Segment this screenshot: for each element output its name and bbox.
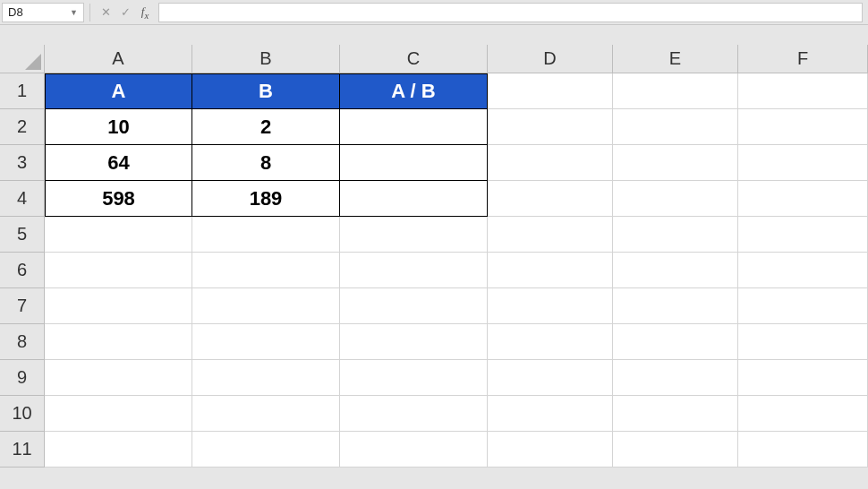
cell-B2[interactable]: 2 <box>192 109 340 145</box>
formula-input[interactable] <box>158 3 863 22</box>
cell-E4[interactable] <box>613 181 738 217</box>
cell-A7[interactable] <box>45 288 192 324</box>
cell-D8[interactable] <box>488 324 613 360</box>
cell-F7[interactable] <box>738 288 868 324</box>
fx-icon[interactable]: fx <box>135 3 155 22</box>
cell-F2[interactable] <box>738 109 868 145</box>
cell-C2[interactable] <box>340 109 488 145</box>
row-header-9[interactable]: 9 <box>0 360 45 396</box>
cell-D10[interactable] <box>488 396 613 432</box>
cell-E5[interactable] <box>613 217 738 253</box>
cell-D6[interactable] <box>488 253 613 288</box>
cell-B5[interactable] <box>192 217 340 253</box>
row-6: 6 <box>0 253 868 288</box>
enter-icon[interactable]: ✓ <box>115 3 135 22</box>
row-header-8[interactable]: 8 <box>0 324 45 360</box>
cell-E1[interactable] <box>613 73 738 109</box>
cell-D9[interactable] <box>488 360 613 396</box>
cell-C9[interactable] <box>340 360 488 396</box>
cell-E10[interactable] <box>613 396 738 432</box>
cell-D4[interactable] <box>488 181 613 217</box>
col-header-D[interactable]: D <box>488 45 613 73</box>
cell-F3[interactable] <box>738 145 868 181</box>
cell-A8[interactable] <box>45 324 192 360</box>
row-header-6[interactable]: 6 <box>0 253 45 288</box>
cell-E8[interactable] <box>613 324 738 360</box>
row-header-2[interactable]: 2 <box>0 109 45 145</box>
row-header-7[interactable]: 7 <box>0 288 45 324</box>
select-all-corner[interactable] <box>0 45 45 73</box>
row-8: 8 <box>0 324 868 360</box>
cell-E7[interactable] <box>613 288 738 324</box>
row-11: 11 <box>0 432 868 468</box>
cell-B9[interactable] <box>192 360 340 396</box>
cell-A1[interactable]: A <box>45 73 192 109</box>
cell-A10[interactable] <box>45 396 192 432</box>
cell-A3[interactable]: 64 <box>45 145 192 181</box>
cell-F8[interactable] <box>738 324 868 360</box>
name-box[interactable]: D8 ▼ <box>2 3 84 22</box>
cell-C7[interactable] <box>340 288 488 324</box>
cell-B7[interactable] <box>192 288 340 324</box>
cell-F1[interactable] <box>738 73 868 109</box>
col-header-F[interactable]: F <box>738 45 868 73</box>
cell-A11[interactable] <box>45 432 192 468</box>
cell-B4[interactable]: 189 <box>192 181 340 217</box>
cell-B1[interactable]: B <box>192 73 340 109</box>
cell-A4[interactable]: 598 <box>45 181 192 217</box>
cell-B11[interactable] <box>192 432 340 468</box>
cell-D1[interactable] <box>488 73 613 109</box>
cell-F6[interactable] <box>738 253 868 288</box>
cell-D3[interactable] <box>488 145 613 181</box>
cell-C4[interactable] <box>340 181 488 217</box>
cell-C1[interactable]: A / B <box>340 73 488 109</box>
cell-F4[interactable] <box>738 181 868 217</box>
cell-F10[interactable] <box>738 396 868 432</box>
row-header-11[interactable]: 11 <box>0 432 45 468</box>
cell-C5[interactable] <box>340 217 488 253</box>
rows: 1 A B A / B 2 10 2 3 64 8 <box>0 73 868 468</box>
cell-D2[interactable] <box>488 109 613 145</box>
cell-E3[interactable] <box>613 145 738 181</box>
cell-B10[interactable] <box>192 396 340 432</box>
row-header-4[interactable]: 4 <box>0 181 45 217</box>
cell-D5[interactable] <box>488 217 613 253</box>
row-header-3[interactable]: 3 <box>0 145 45 181</box>
name-box-value: D8 <box>8 5 23 19</box>
toolbar-spacer <box>0 25 868 45</box>
row-1: 1 A B A / B <box>0 73 868 109</box>
cell-A2[interactable]: 10 <box>45 109 192 145</box>
cell-A9[interactable] <box>45 360 192 396</box>
row-header-1[interactable]: 1 <box>0 73 45 109</box>
cell-F11[interactable] <box>738 432 868 468</box>
cell-D7[interactable] <box>488 288 613 324</box>
cell-A5[interactable] <box>45 217 192 253</box>
cell-E2[interactable] <box>613 109 738 145</box>
cell-B3[interactable]: 8 <box>192 145 340 181</box>
col-header-E[interactable]: E <box>613 45 738 73</box>
cell-C6[interactable] <box>340 253 488 288</box>
cell-B6[interactable] <box>192 253 340 288</box>
chevron-down-icon[interactable]: ▼ <box>70 8 78 17</box>
row-header-5[interactable]: 5 <box>0 217 45 253</box>
cell-B8[interactable] <box>192 324 340 360</box>
cell-C10[interactable] <box>340 396 488 432</box>
cell-C8[interactable] <box>340 324 488 360</box>
cell-E9[interactable] <box>613 360 738 396</box>
cell-C3[interactable] <box>340 145 488 181</box>
cell-F9[interactable] <box>738 360 868 396</box>
cell-F5[interactable] <box>738 217 868 253</box>
row-header-10[interactable]: 10 <box>0 396 45 432</box>
cell-C11[interactable] <box>340 432 488 468</box>
column-headers: A B C D E F <box>0 45 868 73</box>
row-9: 9 <box>0 360 868 396</box>
col-header-C[interactable]: C <box>340 45 488 73</box>
cell-E6[interactable] <box>613 253 738 288</box>
col-header-A[interactable]: A <box>45 45 192 73</box>
cell-E11[interactable] <box>613 432 738 468</box>
row-3: 3 64 8 <box>0 145 868 181</box>
cell-D11[interactable] <box>488 432 613 468</box>
col-header-B[interactable]: B <box>192 45 340 73</box>
cancel-icon[interactable]: ✕ <box>96 3 115 22</box>
cell-A6[interactable] <box>45 253 192 288</box>
